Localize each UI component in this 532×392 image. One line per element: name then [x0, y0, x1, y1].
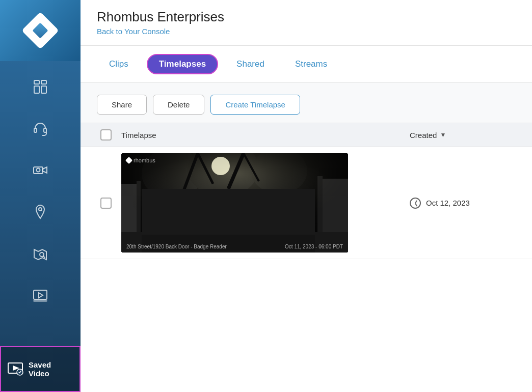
logo-inner	[32, 22, 48, 38]
dashboard-icon	[32, 78, 48, 95]
video-address-overlay: 20th Street/1920 Back Door - Badge Reade…	[126, 244, 227, 249]
select-all-checkbox[interactable]	[100, 129, 112, 141]
svg-rect-1	[41, 80, 46, 84]
table-container: Timelapse Created ▼	[81, 123, 532, 392]
header-created[interactable]: Created ▼	[410, 131, 522, 139]
saved-video-icon	[7, 361, 23, 377]
row-checkbox[interactable]	[100, 198, 112, 209]
camera-icon	[32, 162, 48, 178]
share-button[interactable]: Share	[97, 95, 147, 115]
table-header: Timelapse Created ▼	[81, 123, 532, 147]
header-timelapse: Timelapse	[121, 131, 410, 139]
tab-clips[interactable]: Clips	[97, 54, 141, 74]
svg-rect-5	[44, 128, 46, 132]
sidebar-item-locations[interactable]	[0, 191, 81, 232]
headset-icon	[32, 120, 48, 136]
toolbar: Share Delete Create Timelapse	[81, 82, 532, 123]
sidebar-nav	[0, 61, 81, 392]
tabs-bar: Clips Timelapses Shared Streams	[81, 46, 532, 82]
clock-icon	[410, 198, 421, 209]
sidebar-item-saved-video[interactable]: Saved Video	[0, 346, 81, 392]
night-scene-svg	[121, 153, 348, 253]
logo-diamond-icon	[21, 12, 59, 49]
svg-rect-2	[34, 86, 39, 93]
rhombus-watermark: rhombus	[126, 157, 155, 163]
sidebar: Saved Video	[0, 0, 81, 392]
page-title: Rhombus Enterprises	[97, 9, 516, 25]
video-play-icon	[32, 287, 48, 303]
video-thumbnail-cell: rhombus 20th Street/1920 Back Door - Bad…	[121, 153, 410, 253]
svg-rect-11	[34, 300, 47, 301]
camera-scene: rhombus 20th Street/1920 Back Door - Bad…	[121, 153, 348, 253]
row-date: Oct 12, 2023	[426, 199, 470, 207]
svg-point-7	[37, 169, 40, 172]
sidebar-item-support[interactable]	[0, 108, 81, 149]
main-content: Rhombus Enterprises Back to Your Console…	[81, 0, 532, 392]
svg-rect-4	[34, 128, 37, 132]
delete-button[interactable]: Delete	[153, 95, 204, 115]
header: Rhombus Enterprises Back to Your Console	[81, 0, 532, 46]
video-timestamp-overlay: Oct 11, 2023 - 06:00 PDT	[285, 244, 343, 249]
svg-point-8	[39, 208, 42, 211]
header-checkbox-cell	[91, 129, 121, 141]
sidebar-item-dashboard[interactable]	[0, 66, 81, 107]
sort-arrow-icon: ▼	[440, 131, 446, 138]
sidebar-item-map[interactable]	[0, 233, 81, 274]
row-date-cell: Oct 12, 2023	[410, 198, 522, 209]
back-to-console-link[interactable]: Back to Your Console	[97, 27, 170, 36]
map-search-icon	[32, 245, 48, 262]
svg-rect-0	[34, 80, 39, 84]
row-checkbox-cell	[91, 198, 121, 209]
create-timelapse-button[interactable]: Create Timelapse	[210, 95, 300, 115]
video-thumbnail[interactable]: rhombus 20th Street/1920 Back Door - Bad…	[121, 153, 348, 253]
tab-shared[interactable]: Shared	[224, 54, 277, 74]
sidebar-logo[interactable]	[0, 0, 81, 61]
table-row: rhombus 20th Street/1920 Back Door - Bad…	[81, 147, 532, 259]
tab-timelapses[interactable]: Timelapses	[147, 54, 218, 74]
location-icon	[32, 204, 48, 220]
clock-hand-minute	[415, 203, 417, 206]
saved-video-label: Saved Video	[29, 360, 73, 378]
tab-streams[interactable]: Streams	[283, 54, 339, 74]
svg-rect-3	[41, 86, 46, 93]
svg-rect-30	[142, 189, 315, 235]
watermark-diamond-icon	[125, 157, 132, 164]
sidebar-item-video[interactable]	[0, 275, 81, 316]
svg-rect-10	[34, 290, 47, 299]
sidebar-item-cameras[interactable]	[0, 150, 81, 190]
